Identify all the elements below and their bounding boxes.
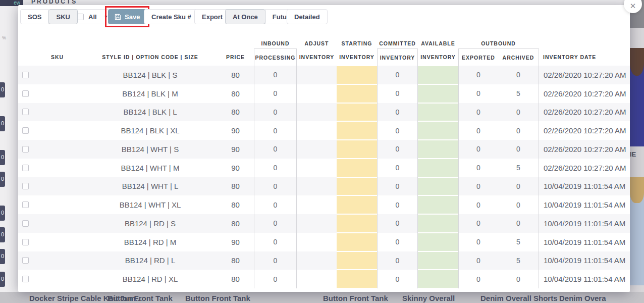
cell-sku xyxy=(31,66,83,84)
select-all-label: All xyxy=(88,13,97,21)
starting-inventory-input[interactable] xyxy=(337,121,377,140)
cell-archived: 0 xyxy=(498,195,539,214)
cell-archived: 0 xyxy=(498,270,539,288)
cell-archived: 0 xyxy=(498,66,539,84)
cell-exported: 0 xyxy=(458,159,498,177)
starting-inventory-input[interactable] xyxy=(337,251,377,270)
background-zero-badge: 0 xyxy=(0,172,5,187)
cell-style: BB124 | BLK | XL xyxy=(83,121,217,140)
cell-style: BB124 | RD | L xyxy=(83,251,217,270)
cell-processing: 0 xyxy=(254,214,297,233)
row-checkbox[interactable] xyxy=(22,127,29,134)
row-checkbox[interactable] xyxy=(22,72,29,78)
header-exported: EXPORTED xyxy=(458,48,498,66)
starting-inventory-input[interactable] xyxy=(337,103,377,122)
cell-exported: 0 xyxy=(458,177,498,196)
header-available-inventory: INVENTORY xyxy=(418,48,458,66)
row-checkbox[interactable] xyxy=(22,183,29,189)
cell-committed-inventory: 0 xyxy=(377,159,418,177)
starting-inventory-input[interactable] xyxy=(337,84,377,103)
cell-inventory-date: 10/04/2019 11:01:54 AM xyxy=(539,251,630,270)
row-checkbox[interactable] xyxy=(22,146,29,153)
cell-processing: 0 xyxy=(254,121,297,140)
cell-committed-inventory: 0 xyxy=(377,195,418,214)
cell-sku xyxy=(31,251,83,270)
starting-inventory-input[interactable] xyxy=(337,214,377,233)
cell-exported: 0 xyxy=(458,195,498,214)
cell-price: 90 xyxy=(217,233,254,251)
row-checkbox[interactable] xyxy=(22,239,29,245)
at-once-button[interactable]: At Once xyxy=(225,9,265,24)
background-product-name: Skinny Overall xyxy=(402,294,455,302)
save-icon xyxy=(115,14,121,20)
cell-committed-inventory: 0 xyxy=(377,251,418,270)
cell-available-inventory xyxy=(418,121,458,140)
cell-inventory-date: 02/26/2020 10:27:20 AM xyxy=(539,140,630,159)
row-checkbox[interactable] xyxy=(22,165,29,171)
row-checkbox[interactable] xyxy=(22,276,29,282)
cell-adjust-inventory xyxy=(297,177,337,196)
cell-available-inventory xyxy=(418,140,458,159)
cell-price: 80 xyxy=(217,214,254,233)
cell-style: BB124 | WHT | M xyxy=(83,159,217,177)
cell-price: 80 xyxy=(217,270,254,288)
background-product-name: Button Front Tank xyxy=(185,294,250,302)
cell-available-inventory xyxy=(418,103,458,122)
cell-exported: 0 xyxy=(458,84,498,103)
row-checkbox[interactable] xyxy=(22,90,29,97)
photo-hair xyxy=(630,48,644,76)
cell-processing: 0 xyxy=(254,177,297,196)
cell-adjust-inventory xyxy=(297,233,337,251)
cell-inventory-date: 10/04/2019 11:01:54 AM xyxy=(539,177,630,196)
row-checkbox-cell xyxy=(18,66,31,84)
starting-inventory-input[interactable] xyxy=(337,66,377,84)
row-checkbox[interactable] xyxy=(22,109,29,115)
cell-price: 80 xyxy=(217,66,254,84)
sos-button[interactable]: SOS xyxy=(20,9,49,24)
header-price: PRICE xyxy=(217,48,254,66)
background-page-title: PRODUCTS xyxy=(31,0,77,5)
row-checkbox[interactable] xyxy=(22,201,29,208)
starting-inventory-input[interactable] xyxy=(337,270,377,288)
row-checkbox-cell xyxy=(18,251,31,270)
cell-exported: 0 xyxy=(458,270,498,288)
background-zero-badge: 0 xyxy=(0,272,5,287)
starting-inventory-input[interactable] xyxy=(337,159,377,177)
cell-inventory-date: 10/04/2019 11:01:54 AM xyxy=(539,270,630,288)
cell-inventory-date: 02/26/2020 10:27:20 AM xyxy=(539,121,630,140)
save-button[interactable]: Save xyxy=(108,9,146,24)
cell-committed-inventory: 0 xyxy=(377,140,418,159)
starting-inventory-input[interactable] xyxy=(337,177,377,196)
row-checkbox[interactable] xyxy=(22,257,29,264)
cell-adjust-inventory xyxy=(297,270,337,288)
cell-exported: 0 xyxy=(458,140,498,159)
select-all-checkbox[interactable] xyxy=(77,14,84,20)
cell-sku xyxy=(31,177,83,196)
sku-button[interactable]: SKU xyxy=(48,9,77,24)
cell-archived: 5 xyxy=(498,233,539,251)
screen: ew PRODUCTS % 000000000 IE Docker Stripe… xyxy=(0,0,644,303)
row-checkbox[interactable] xyxy=(22,220,29,227)
header-committed-inventory: INVENTORY xyxy=(377,48,418,66)
cell-style: BB124 | BLK | L xyxy=(83,103,217,122)
starting-inventory-input[interactable] xyxy=(337,140,377,159)
inventory-modal: SOS SKU All ▾ Save Create Sku # xyxy=(18,5,630,292)
cell-style: BB124 | RD | S xyxy=(83,214,217,233)
row-checkbox-cell xyxy=(18,177,31,196)
starting-inventory-input[interactable] xyxy=(337,233,377,251)
cell-adjust-inventory xyxy=(297,103,337,122)
cell-price: 90 xyxy=(217,140,254,159)
starting-inventory-input[interactable] xyxy=(337,195,377,214)
row-checkbox-cell xyxy=(18,214,31,233)
cell-archived: 0 xyxy=(498,177,539,196)
save-label: Save xyxy=(125,13,140,21)
header-starting-inventory: INVENTORY xyxy=(337,48,377,66)
cell-price: 90 xyxy=(217,121,254,140)
create-sku-button[interactable]: Create Sku # xyxy=(144,9,199,24)
header-committed: COMMITTED xyxy=(377,35,418,48)
cell-archived: 5 xyxy=(498,251,539,270)
cell-price: 80 xyxy=(217,177,254,196)
background-zero-badge: 0 xyxy=(0,82,5,97)
header-inventory-date: INVENTORY DATE xyxy=(539,48,630,66)
detailed-button[interactable]: Detailed xyxy=(287,9,328,24)
